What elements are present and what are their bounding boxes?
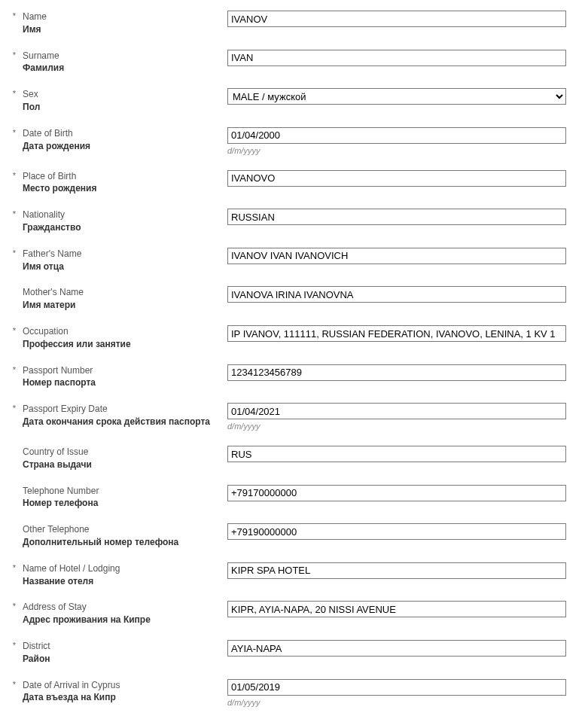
country_issue-input[interactable] (227, 446, 566, 462)
required-star: * (13, 171, 16, 180)
label-ru: Дата въезда на Кипр (23, 691, 221, 704)
field-row-address_stay: *Address of StayАдрес проживания на Кипр… (9, 598, 579, 637)
required-star: * (13, 209, 16, 218)
field-row-hotel: *Name of Hotel / LodgingНазвание отеля (9, 559, 579, 599)
label-ru: Профессия или занятие (23, 338, 221, 351)
field-row-pob: *Place of BirthМесто рождения (9, 167, 579, 206)
required-star: * (13, 89, 16, 98)
label-ru: Номер паспорта (23, 376, 221, 389)
pob-input[interactable] (227, 170, 566, 187)
label-en: Passport Expiry Date (23, 403, 221, 416)
passport_no-input[interactable] (227, 364, 566, 381)
label-ru: Имя (23, 23, 221, 36)
label-en: Name (23, 11, 221, 23)
label-ru: Адрес проживания на Кипре (23, 614, 221, 626)
label-ru: Место рождения (23, 182, 221, 195)
hint-text: d/m/yyyy (227, 697, 576, 708)
field-row-father: *Father's NameИмя отца (9, 245, 579, 284)
hotel-input[interactable] (227, 562, 566, 579)
label-en: Sex (23, 88, 221, 101)
label-ru: Имя отца (23, 260, 221, 273)
label-en: Occupation (23, 325, 221, 338)
required-star: * (13, 128, 16, 137)
label-ru: Пол (23, 101, 221, 114)
visa-application-form: *NameИмя*SurnameФамилия*SexПолMALE / муж… (9, 8, 579, 719)
label-en: Surname (23, 50, 221, 62)
label-en: Mother's Name (23, 286, 221, 299)
required-star: * (13, 365, 16, 374)
required-star: * (13, 680, 16, 689)
required-star: * (13, 404, 16, 413)
label-en: Passport Number (23, 364, 221, 377)
label-en: Nationality (23, 209, 221, 221)
label-ru: Дата рождения (23, 140, 221, 153)
field-row-passport_no: *Passport NumberНомер паспорта (9, 361, 579, 401)
label-en: Father's Name (23, 248, 221, 260)
field-row-arrival_date: *Date of Arrival in CyprusДата въезда на… (9, 676, 579, 719)
passport_exp-input[interactable] (227, 403, 566, 419)
required-star: * (13, 563, 16, 572)
required-star: * (13, 641, 16, 650)
label-ru: Район (23, 653, 221, 666)
hint-text: d/m/yyyy (227, 421, 576, 432)
field-row-district: *DistrictРайон (9, 637, 579, 676)
sex-select[interactable]: MALE / мужской (227, 88, 566, 105)
label-ru: Гражданство (23, 221, 221, 234)
father-input[interactable] (227, 248, 566, 264)
label-ru: Дата окончания срока действия паспорта (23, 416, 221, 428)
label-en: Address of Stay (23, 601, 221, 614)
mother-input[interactable] (227, 286, 566, 303)
hint-text: d/m/yyyy (227, 145, 576, 157)
label-en: Place of Birth (23, 170, 221, 183)
label-en: District (23, 640, 221, 653)
required-star: * (13, 326, 16, 335)
name-input[interactable] (227, 11, 566, 27)
nationality-input[interactable] (227, 209, 566, 225)
surname-input[interactable] (227, 50, 566, 66)
field-row-other_phone: Other TelephoneДополнительный номер теле… (9, 520, 579, 559)
label-ru: Имя матери (23, 299, 221, 312)
label-ru: Фамилия (23, 62, 221, 75)
required-star: * (13, 602, 16, 611)
field-row-country_issue: Country of IssueСтрана выдачи (9, 443, 579, 482)
label-ru: Дополнительный номер телефона (23, 536, 221, 549)
field-row-mother: Mother's NameИмя матери (9, 283, 579, 322)
label-en: Name of Hotel / Lodging (23, 562, 221, 575)
field-row-nationality: *NationalityГражданство (9, 206, 579, 245)
field-row-dob: *Date of BirthДата рожденияd/m/yyyy (9, 124, 579, 167)
other_phone-input[interactable] (227, 523, 566, 540)
label-ru: Номер телефона (23, 497, 221, 510)
occupation-input[interactable] (227, 325, 566, 342)
field-row-telephone: Telephone NumberНомер телефона (9, 482, 579, 521)
dob-input[interactable] (227, 127, 566, 144)
label-en: Country of Issue (23, 446, 221, 459)
field-row-name: *NameИмя (9, 8, 579, 47)
required-star: * (13, 248, 16, 257)
field-row-passport_exp: *Passport Expiry DateДата окончания срок… (9, 400, 579, 443)
field-row-occupation: *OccupationПрофессия или занятие (9, 322, 579, 361)
label-en: Telephone Number (23, 485, 221, 498)
label-ru: Страна выдачи (23, 459, 221, 471)
district-input[interactable] (227, 640, 566, 657)
required-star: * (13, 50, 16, 59)
field-row-sex: *SexПолMALE / мужской (9, 85, 579, 124)
field-row-surname: *SurnameФамилия (9, 47, 579, 86)
required-star: * (13, 11, 16, 20)
label-en: Other Telephone (23, 523, 221, 536)
address_stay-input[interactable] (227, 601, 566, 617)
label-en: Date of Birth (23, 127, 221, 140)
label-en: Date of Arrival in Cyprus (23, 679, 221, 692)
arrival_date-input[interactable] (227, 679, 566, 696)
label-ru: Название отеля (23, 575, 221, 588)
telephone-input[interactable] (227, 485, 566, 501)
